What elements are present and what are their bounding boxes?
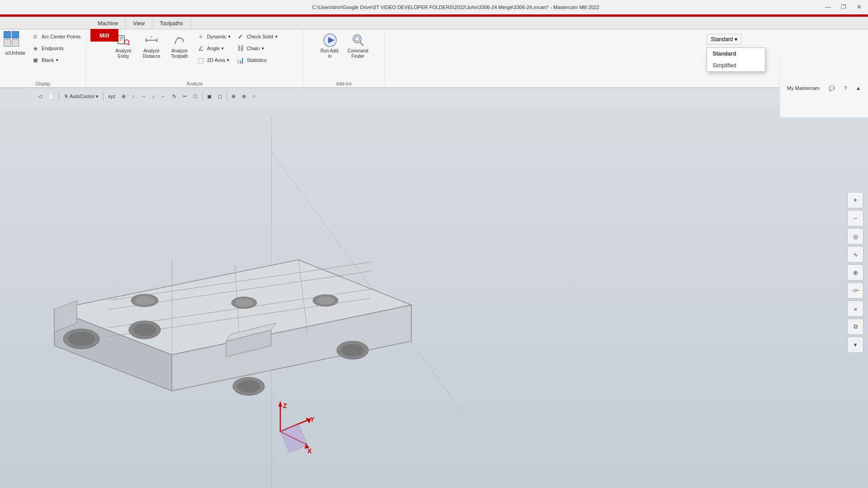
blank-button[interactable]: ▣ Blank ▾ bbox=[29, 55, 82, 66]
chain-button[interactable]: ⛓ Chain ▾ bbox=[234, 43, 279, 54]
svg-line-20 bbox=[108, 262, 371, 300]
addins-items: Run Add-In Command Finder bbox=[317, 31, 371, 87]
analyze-small-col2: ✔ Check Solid ▾ ⛓ Chain ▾ 📊 Statistics bbox=[234, 31, 279, 66]
dynamic-arrow[interactable]: ▾ bbox=[228, 34, 231, 39]
ribbon-group-analyze: Analyze Entity ? Analyze Distance bbox=[86, 29, 303, 87]
area-2d-button[interactable]: ⬚ 2D Area ▾ bbox=[194, 55, 232, 66]
zoom-fit-button[interactable]: ↔ bbox=[847, 210, 863, 226]
svg-point-27 bbox=[63, 329, 99, 349]
svg-point-30 bbox=[133, 324, 156, 336]
toolbar-page[interactable]: 📄 bbox=[45, 92, 57, 101]
standard-dropdown-button[interactable]: Standard ▾ bbox=[707, 34, 741, 45]
mill-tab[interactable]: Mill bbox=[90, 29, 118, 42]
cursor-icon: 🖱 bbox=[64, 94, 69, 99]
toolbar-arrow-left[interactable]: ← bbox=[158, 92, 169, 100]
display-icon-4[interactable] bbox=[12, 39, 19, 47]
check-solid-arrow[interactable]: ▾ bbox=[275, 34, 278, 39]
more-button[interactable]: ▼ bbox=[847, 337, 863, 353]
blank-dropdown-arrow[interactable]: ▾ bbox=[56, 58, 58, 62]
toolbar-sep-4 bbox=[226, 92, 227, 101]
toolbar-cut[interactable]: ✂ bbox=[180, 92, 189, 101]
menu-machine[interactable]: Machine bbox=[90, 18, 126, 29]
help-icon[interactable]: ? bbox=[840, 84, 850, 93]
toolbar-arrow-down[interactable]: ↓ bbox=[150, 92, 158, 100]
standard-arrow-icon[interactable]: ▾ bbox=[735, 36, 737, 42]
svg-line-50 bbox=[280, 432, 307, 445]
dynamic-button[interactable]: ⌖ Dynamic ▾ bbox=[194, 31, 232, 42]
toolbar-target[interactable]: ⊕ bbox=[119, 92, 128, 101]
right-sidebar: + ↔ ◎ ∿ ⊕ ⊣⊢ ⌅ ⧉ ▼ bbox=[847, 192, 863, 353]
angle-icon: ∠ bbox=[196, 44, 205, 53]
command-finder-button[interactable]: Command Finder bbox=[345, 31, 371, 60]
analyze-distance-button[interactable]: ? Analyze Distance bbox=[138, 31, 165, 60]
blank-icon: ▣ bbox=[31, 56, 40, 65]
run-addin-button[interactable]: Run Add-In bbox=[317, 31, 343, 60]
menu-view[interactable]: View bbox=[126, 18, 152, 29]
area-2d-arrow[interactable]: ▾ bbox=[227, 58, 229, 62]
toolbar-hex1[interactable]: ⬡ bbox=[190, 92, 200, 101]
zoom-in-button[interactable]: + bbox=[847, 192, 863, 208]
autocursor-button[interactable]: 🖱 AutoCursor ▾ bbox=[61, 92, 101, 101]
minimize-button[interactable]: — bbox=[821, 1, 835, 14]
analyze-group-label: Analyze bbox=[86, 81, 303, 86]
toolbar-rotate-cw[interactable]: ↻ bbox=[170, 92, 179, 101]
addins-group-label: Add-Ins bbox=[303, 81, 384, 86]
svg-point-36 bbox=[135, 296, 155, 305]
paint-button[interactable]: ⌅ bbox=[847, 300, 863, 317]
toolbar-xyz[interactable]: xyz bbox=[105, 92, 118, 100]
analyze-toolpath-icon: ? bbox=[171, 32, 188, 48]
toolbar-arrow-right[interactable]: → bbox=[138, 92, 149, 100]
endpoints-button[interactable]: ◈ Endpoints bbox=[29, 43, 82, 54]
svg-line-47 bbox=[280, 420, 307, 432]
chain-arrow[interactable]: ▾ bbox=[262, 46, 264, 51]
svg-marker-17 bbox=[54, 260, 411, 355]
statistics-button[interactable]: 📊 Statistics bbox=[234, 55, 279, 66]
analyze-toolpath-label: Analyze Toolpath bbox=[168, 48, 191, 59]
dropdown-item-standard[interactable]: Standard bbox=[707, 48, 765, 60]
display-group-label: Display bbox=[0, 81, 86, 86]
expand-icon[interactable]: ▲ bbox=[852, 84, 864, 93]
world-button[interactable]: ⊕ bbox=[847, 264, 863, 281]
analyze-toolpath-button[interactable]: ? Analyze Toolpath bbox=[166, 31, 193, 60]
display-icon-2[interactable] bbox=[12, 31, 19, 38]
svg-line-25 bbox=[235, 265, 240, 346]
toolbar-edit3[interactable]: ○ bbox=[250, 92, 258, 100]
dynamic-label: Dynamic bbox=[207, 34, 226, 39]
autocursor-arrow[interactable]: ▾ bbox=[96, 94, 99, 99]
angle-button[interactable]: ∠ Angle ▾ bbox=[194, 43, 232, 54]
close-button[interactable]: ✕ bbox=[852, 1, 866, 14]
check-solid-button[interactable]: ✔ Check Solid ▾ bbox=[234, 31, 279, 42]
display-icon-3[interactable] bbox=[4, 39, 11, 47]
show-hide-button[interactable]: e/Unhide bbox=[4, 49, 27, 56]
svg-marker-43 bbox=[54, 300, 77, 332]
copy-button[interactable]: ⧉ bbox=[847, 319, 863, 335]
toolbar-back[interactable]: ◁ bbox=[35, 92, 44, 101]
svg-marker-41 bbox=[226, 330, 271, 357]
check-solid-icon: ✔ bbox=[236, 32, 245, 41]
svg-text:Z: Z bbox=[283, 402, 287, 409]
toolbar-arrow-up[interactable]: ↑ bbox=[129, 92, 137, 100]
dropdown-item-simplified[interactable]: Simplified bbox=[707, 60, 765, 71]
restore-button[interactable]: ❐ bbox=[836, 1, 851, 14]
angle-arrow[interactable]: ▾ bbox=[222, 46, 224, 51]
display-row1 bbox=[4, 31, 27, 38]
command-finder-label: Command Finder bbox=[347, 48, 369, 59]
ribbon: e/Unhide ⊙ Arc Center Points ◈ Endpoints… bbox=[0, 29, 868, 88]
my-mastercam-button[interactable]: My Mastercam bbox=[783, 84, 823, 93]
chain-label: Chain bbox=[247, 46, 260, 51]
chain-icon: ⛓ bbox=[236, 44, 245, 53]
toolbar-box[interactable]: ▣ bbox=[204, 92, 214, 101]
svg-rect-0 bbox=[118, 36, 124, 44]
svg-point-34 bbox=[341, 344, 364, 357]
toolbar-edit1[interactable]: ⊕ bbox=[229, 92, 238, 101]
fit-button[interactable]: ⊣⊢ bbox=[847, 282, 863, 299]
target-button[interactable]: ◎ bbox=[847, 228, 863, 244]
display-icon-1[interactable] bbox=[4, 31, 11, 38]
spline-button[interactable]: ∿ bbox=[847, 246, 863, 263]
chat-icon[interactable]: 💬 bbox=[825, 84, 839, 93]
area-2d-icon: ⬚ bbox=[196, 56, 205, 65]
arc-center-points-button[interactable]: ⊙ Arc Center Points bbox=[29, 31, 82, 42]
menu-toolpaths[interactable]: Toolpaths bbox=[152, 18, 190, 29]
toolbar-empty-box[interactable]: ◻ bbox=[215, 92, 225, 101]
toolbar-edit2[interactable]: ⊗ bbox=[239, 92, 249, 101]
